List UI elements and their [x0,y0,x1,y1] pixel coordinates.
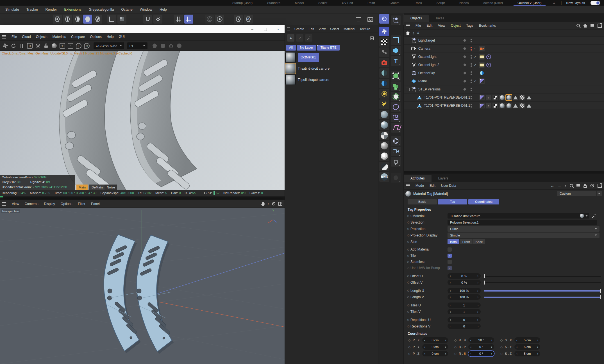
panel-divider[interactable] [404,171,604,174]
keyframe-diamond-icon[interactable]: ◇ [406,240,410,244]
layer-tab-all[interactable]: All [286,45,296,51]
lv-menu-materials[interactable]: Materials [50,35,69,39]
live-viewer-titlebar[interactable]: – × [0,25,285,33]
vp-menu-filter[interactable]: Filter [75,202,88,206]
lv-menu-gui[interactable]: GUI [116,35,127,39]
mm-menu-material[interactable]: Material [341,27,357,31]
square-tool-icon[interactable] [159,42,167,49]
phong-tag[interactable] [526,95,532,100]
hamburger-icon[interactable] [2,37,6,37]
side-front-button[interactable]: Front [460,239,473,244]
workplane-button[interactable] [117,15,126,24]
collapse-expander[interactable]: − [406,88,410,91]
popout-icon[interactable] [598,184,602,188]
render-view[interactable]: Check:0ms./0ms. MeshGen:4ms. Update[G]:0… [0,51,285,190]
visibility-dots-icon[interactable] [471,63,472,65]
mograph-button[interactable] [391,123,401,133]
offset-v-spinner[interactable]: ‹0 %› [448,280,481,285]
viewport-scene[interactable]: Y [0,208,285,364]
om-menu-file[interactable]: File [413,24,424,28]
layout-tab-uvedit[interactable]: UV Edit [335,0,360,6]
menu-octane[interactable]: Octane [117,6,136,13]
ocio-dropdown[interactable]: OCIO:<sRGB> [94,42,124,49]
layout-tab-octane[interactable]: octane (User) [476,0,510,6]
filter-icon[interactable] [576,184,580,185]
camera-tag[interactable] [479,46,485,51]
octane-camera-button[interactable] [379,58,389,67]
keyframe-diamond-icon[interactable]: ◇ [406,310,410,313]
snap-magnet-button[interactable] [143,15,152,24]
edit-mode-button[interactable] [391,173,401,183]
text-object-button[interactable]: T [391,56,401,66]
hamburger-icon[interactable] [2,204,6,204]
attr-menu-userdata[interactable]: User Data [438,184,459,188]
mm-menu-select[interactable]: Select [328,27,341,31]
material-thumbnail-highlighted[interactable] [285,63,296,74]
layer-icon[interactable] [463,80,466,83]
search-icon[interactable] [570,184,573,187]
octane-dialog-button[interactable] [379,27,389,36]
up-arrow-icon[interactable]: ↑ [413,31,415,35]
offset-u-slider[interactable] [484,274,601,278]
metallic-material-button[interactable] [379,141,389,151]
menu-window[interactable]: Window [136,6,156,13]
object-row-t1701-1[interactable]: T1701-PONTREVERSE-D01.1 ↑↑ [404,94,604,102]
mm-menu-texture[interactable]: Texture [357,27,373,31]
filter-icon[interactable] [591,24,594,25]
grid-button[interactable] [174,15,183,24]
object-row-octanelight[interactable]: OctaneLight ✓ [404,53,604,61]
phong-tag[interactable] [513,95,518,100]
rh-spinner[interactable]: ‹90 °› [468,337,494,343]
node-editor-button[interactable] [379,47,389,57]
offset-u-spinner[interactable]: ‹0 %› [448,273,481,279]
picture-viewer-button[interactable] [366,15,375,24]
new-layouts-toggle[interactable] [591,1,600,5]
layout-tab-octanelv-active[interactable]: OctaneLV (User) [510,0,549,6]
keyframe-diamond-icon[interactable]: ◇ [406,289,410,292]
hamburger-icon[interactable] [406,25,410,26]
menu-greyscalegorilla[interactable]: Greyscalegorilla [85,6,118,13]
circle-tool-button[interactable] [205,15,214,24]
object-row-step-versions[interactable]: − STEP versions [404,85,604,94]
daylight-button[interactable] [379,89,389,99]
cube-primitive-button[interactable] [391,46,401,55]
keyframe-diamond-icon[interactable]: ◇ [406,233,410,237]
length-u-spinner[interactable]: ‹100 %› [448,288,481,293]
eyedropper-icon[interactable] [592,214,596,218]
section-tab-tag[interactable]: Tag [438,199,467,204]
camera-object-button[interactable] [391,147,401,156]
keyframe-diamond-icon[interactable]: ◇ [406,281,410,284]
close-button[interactable]: × [272,25,285,33]
material-name[interactable]: Ti satiné droit carrure [298,67,330,70]
new-layouts-button[interactable]: New Layouts [564,0,588,6]
projection-dropdown[interactable]: Cubic [448,226,600,232]
uvw-tag[interactable]: ↑↑ [486,103,491,108]
light-tag[interactable] [479,62,485,68]
camera-tool-icon[interactable] [167,42,175,49]
texture-tag[interactable] [492,95,498,100]
add-layout-button[interactable]: + [549,1,559,5]
home-icon[interactable] [406,31,410,35]
keyframe-diamond-icon[interactable]: ◇ [406,318,410,322]
visibility-dots-icon[interactable] [471,39,472,40]
layout-tab-groom[interactable]: Groom [382,0,407,6]
home-icon[interactable] [583,24,587,28]
blob-tool-icon[interactable] [176,42,183,49]
edge-mode-button[interactable] [63,15,72,24]
mm-menu-view[interactable]: View [316,27,328,31]
render-view-button[interactable] [354,15,363,24]
length-u-slider[interactable] [484,289,601,293]
pass-tab-demain[interactable]: DeMain [89,185,105,190]
om-menu-bookmarks[interactable]: Bookmarks [476,24,499,28]
add-aov-icon[interactable]: + [59,42,66,49]
tab-takes[interactable]: Takes [429,15,451,22]
mm-menu-edit[interactable]: Edit [306,27,317,31]
object-row-t1701-2[interactable]: T1701-PONTREVERSE-D01.1 ↑↑ [404,102,604,110]
vp-menu-view[interactable]: View [9,202,22,206]
uvw-tag[interactable]: ↑↑ [486,95,491,100]
spline-rectangle-button[interactable] [391,35,401,45]
minimize-button[interactable]: – [246,25,259,33]
lv-menu-options[interactable]: Options [87,35,104,39]
lock-icon[interactable] [583,184,587,188]
light-tag[interactable] [479,54,485,60]
